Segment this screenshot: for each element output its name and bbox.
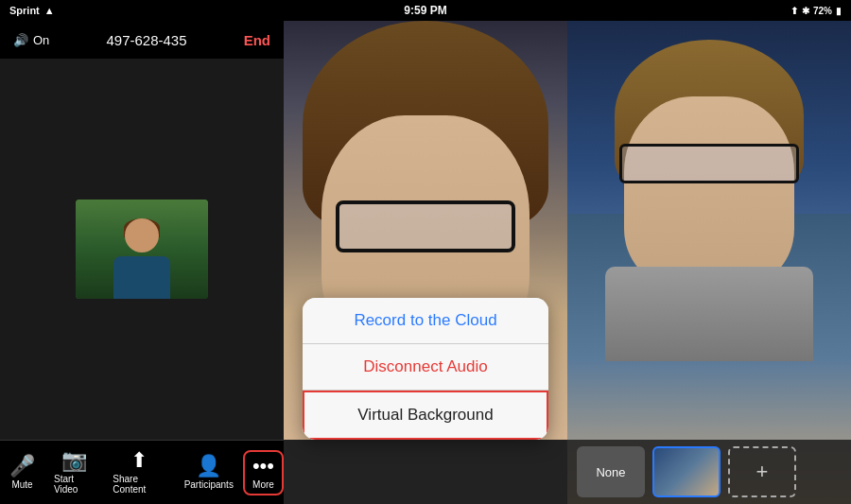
mute-label: Mute (11, 479, 32, 490)
mute-icon: 🎤 (9, 456, 35, 477)
more-label: More (252, 479, 274, 490)
battery-label: 72% (813, 6, 832, 16)
carrier-label: Sprint (9, 5, 40, 16)
video-label: Start Video (54, 474, 94, 495)
main-area: 🔊 On 497-628-435 End 🎤 Mute (0, 21, 851, 504)
bluetooth-icon: ✱ (802, 6, 809, 16)
person-silhouette (76, 200, 208, 299)
person-figure (109, 218, 175, 299)
center-panel: Record to the Cloud Disconnect Audio Vir… (284, 21, 567, 504)
mute-button[interactable]: 🎤 Mute (0, 450, 44, 495)
video-icon: 📷 (61, 450, 87, 471)
person-head (125, 218, 159, 252)
rf-body (605, 267, 813, 361)
status-right: ⬆ ✱ 72% ▮ (790, 6, 842, 16)
sound-label: On (33, 33, 49, 47)
status-left: Sprint ▲ (9, 5, 55, 16)
disconnect-audio-button[interactable]: Disconnect Audio (303, 344, 548, 391)
share-label: Share Content (113, 474, 165, 495)
battery-icon: ▮ (836, 6, 842, 16)
right-panel: None + (567, 21, 851, 504)
add-background-button[interactable]: + (728, 446, 796, 497)
dropdown-menu: Record to the Cloud Disconnect Audio Vir… (303, 298, 548, 440)
speaker-icon: 🔊 (13, 33, 28, 47)
rf-face (624, 96, 794, 286)
virtual-background-button[interactable]: Virtual Background (303, 391, 548, 440)
toolbar: 🎤 Mute 📷 Start Video ⬆ Share Content 👤 P… (0, 440, 284, 504)
left-video-area (0, 59, 284, 440)
status-time: 9:59 PM (404, 4, 446, 17)
participants-icon: 👤 (196, 456, 221, 477)
cf-glasses (336, 200, 515, 252)
none-label: None (596, 465, 625, 479)
end-button[interactable]: End (244, 32, 270, 48)
location-icon: ⬆ (790, 6, 798, 16)
plus-icon: + (756, 460, 769, 484)
participants-button[interactable]: 👤 Participants (175, 450, 243, 495)
person-body (113, 256, 170, 299)
more-button[interactable]: ••• More (243, 450, 284, 495)
share-content-button[interactable]: ⬆ Share Content (103, 444, 174, 500)
right-face (605, 40, 813, 361)
status-bar: Sprint ▲ 9:59 PM ⬆ ✱ 72% ▮ (0, 0, 851, 21)
more-icon: ••• (252, 456, 274, 477)
right-video (567, 21, 851, 504)
wifi-icon: ▲ (44, 5, 55, 16)
call-header: 🔊 On 497-628-435 End (0, 21, 284, 59)
share-icon: ⬆ (130, 450, 148, 471)
record-cloud-button[interactable]: Record to the Cloud (303, 298, 548, 344)
none-background-option[interactable]: None (577, 446, 645, 497)
sound-indicator: 🔊 On (13, 33, 49, 47)
participant-thumbnail (76, 200, 208, 299)
rf-glasses (619, 144, 799, 183)
left-panel: 🔊 On 497-628-435 End 🎤 Mute (0, 21, 284, 504)
virtual-bg-selector: None + (567, 440, 851, 504)
start-video-button[interactable]: 📷 Start Video (44, 444, 103, 500)
call-id: 497-628-435 (106, 32, 186, 48)
participants-label: Participants (184, 479, 234, 490)
bridge-background-option[interactable] (652, 446, 721, 497)
